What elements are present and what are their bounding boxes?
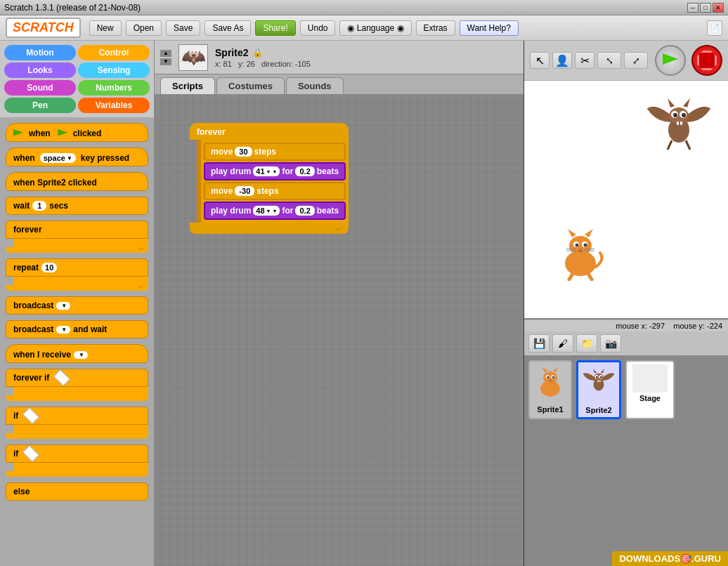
svg-line-14 <box>587 272 592 279</box>
paint-sprite-button[interactable]: 🖌 <box>552 334 573 353</box>
sprite2-thumbnail <box>581 365 616 404</box>
block-when-receive[interactable]: when I receive <box>6 344 148 363</box>
block-if-else[interactable]: if <box>6 445 148 477</box>
svg-point-7 <box>584 244 587 247</box>
svg-line-25 <box>668 140 672 150</box>
tab-sounds[interactable]: Sounds <box>286 77 344 94</box>
sprite1-label: Sprite1 <box>537 405 563 414</box>
watermark: DOWNLOADS🎯.GURU <box>612 551 728 566</box>
sprite-coordinates: x: 81 y: 26 direction: -105 <box>215 60 518 68</box>
category-pen[interactable]: Pen <box>4 98 76 113</box>
language-button[interactable]: ◉ Language ◉ <box>339 20 411 36</box>
svg-point-43 <box>600 376 602 379</box>
svg-rect-44 <box>598 381 599 383</box>
close-button[interactable]: ✕ <box>713 3 724 13</box>
block-wait[interactable]: wait 1 secs <box>6 197 148 215</box>
forever-hat: forever <box>190 123 349 140</box>
script-tabs: Scripts Costumes Sounds <box>155 74 524 95</box>
block-play-drum-41[interactable]: play drum 41▼ for 0.2 beats <box>204 162 346 180</box>
stage-coordinates: mouse x: -297 mouse y: -224 <box>524 320 728 331</box>
sprite-item-sprite1[interactable]: Sprite1 <box>528 360 572 419</box>
green-flag-button[interactable] <box>655 45 686 76</box>
cat-sprite <box>552 225 609 283</box>
tab-scripts[interactable]: Scripts <box>160 77 215 94</box>
svg-point-34 <box>552 376 554 379</box>
blocks-list: when clicked when space key pressed when… <box>0 117 154 566</box>
expand-tool[interactable]: ⤡ <box>597 52 621 69</box>
save-stage-button[interactable]: 💾 <box>528 334 550 353</box>
category-numbers[interactable]: Numbers <box>78 80 150 96</box>
share-button[interactable]: Share! <box>255 20 295 36</box>
category-looks[interactable]: Looks <box>4 62 76 78</box>
sprite-nav-down[interactable]: ▼ <box>160 58 171 65</box>
stage-item[interactable]: Stage <box>625 360 675 419</box>
cursor-tool[interactable]: ↖ <box>530 52 550 69</box>
sprite-item-sprite2[interactable]: Sprite2 <box>576 360 621 419</box>
block-when-clicked[interactable]: when clicked <box>6 123 148 142</box>
block-when-key-pressed[interactable]: when space key pressed <box>6 147 148 166</box>
sprite-name: Sprite2 <box>215 47 248 58</box>
scissors-tool[interactable]: ✂ <box>575 52 594 69</box>
tab-costumes[interactable]: Costumes <box>216 77 285 94</box>
block-play-drum-48[interactable]: play drum 48▼ for 0.2 beats <box>204 202 346 220</box>
block-forever[interactable]: forever ↩ <box>6 221 148 253</box>
block-if[interactable]: if <box>6 407 148 439</box>
sprite-name-row: Sprite2 🔒 <box>215 47 518 58</box>
sprite-info-bar: ▲ ▼ 🦇 Sprite2 🔒 x: 81 y: 26 direction: -… <box>155 41 524 74</box>
undo-button[interactable]: Undo <box>300 20 336 36</box>
stage-canvas-area <box>524 81 728 318</box>
forever-body: move 30 steps play drum 41▼ for 0.2 beat… <box>197 140 349 223</box>
maximize-button[interactable]: □ <box>700 3 711 13</box>
stage-controls: ↖ 👤 ✂ ⤡ ⤢ <box>524 41 728 81</box>
block-move-neg30[interactable]: move -30 steps <box>204 182 346 200</box>
svg-marker-17 <box>668 98 675 107</box>
svg-marker-2 <box>568 229 576 237</box>
svg-point-28 <box>543 371 557 384</box>
save-button[interactable]: Save <box>166 20 200 36</box>
window-controls: ─ □ ✕ <box>687 3 724 13</box>
new-button[interactable]: New <box>89 20 122 36</box>
block-else[interactable]: else <box>6 482 148 501</box>
folder-sprite-button[interactable]: 📁 <box>576 334 597 353</box>
block-forever-if[interactable]: forever if <box>6 369 148 401</box>
help-button[interactable]: Want Help? <box>460 20 519 36</box>
category-sound[interactable]: Sound <box>4 80 76 96</box>
stage-label: Stage <box>639 394 661 402</box>
shrink-tool[interactable]: ⤢ <box>624 52 648 69</box>
titlebar: Scratch 1.3.1 (release of 21-Nov-08) ─ □… <box>0 0 728 15</box>
block-broadcast-wait[interactable]: broadcast and wait <box>6 320 148 338</box>
sprite-nav-up[interactable]: ▲ <box>160 50 171 57</box>
category-motion[interactable]: Motion <box>4 45 76 60</box>
play-stop-controls <box>655 45 722 76</box>
person-tool[interactable]: 👤 <box>552 52 572 69</box>
minimize-button[interactable]: ─ <box>687 3 698 13</box>
camera-sprite-button[interactable]: 📷 <box>600 334 621 353</box>
menubar: SCRATCH New Open Save Save As Share! Und… <box>0 15 728 41</box>
sprite1-thumbnail <box>533 364 568 404</box>
svg-rect-45 <box>599 381 601 383</box>
extras-button[interactable]: Extras <box>416 20 455 36</box>
svg-point-35 <box>550 379 552 381</box>
svg-line-26 <box>686 140 690 150</box>
open-button[interactable]: Open <box>126 20 162 36</box>
blocks-panel: Motion Control Looks Sensing Sound Numbe… <box>0 41 155 566</box>
save-as-button[interactable]: Save As <box>204 20 251 36</box>
category-sensing[interactable]: Sensing <box>78 62 150 78</box>
stage-tools-left: ↖ 👤 ✂ ⤡ ⤢ <box>530 52 648 69</box>
block-broadcast[interactable]: broadcast <box>6 296 148 315</box>
window-title: Scratch 1.3.1 (release of 21-Nov-08) <box>4 3 141 13</box>
document-icon: 📄 <box>707 20 722 36</box>
scratch-logo: SCRATCH <box>6 18 81 38</box>
block-move-30[interactable]: move 30 steps <box>204 143 346 161</box>
stage-display <box>524 81 728 320</box>
category-control[interactable]: Control <box>78 45 150 60</box>
stop-icon <box>697 51 717 70</box>
svg-point-1 <box>569 236 592 256</box>
block-repeat[interactable]: repeat 10 ↩ <box>6 258 148 291</box>
script-forever-block: forever move 30 steps play drum 41▼ for … <box>190 123 349 234</box>
sprite-details: Sprite2 🔒 x: 81 y: 26 direction: -105 <box>215 47 518 68</box>
right-panel: ↖ 👤 ✂ ⤡ ⤢ <box>524 41 728 566</box>
category-variables[interactable]: Variables <box>78 98 150 113</box>
block-when-sprite-clicked[interactable]: when Sprite2 clicked <box>6 172 148 191</box>
stop-button[interactable] <box>691 45 722 76</box>
